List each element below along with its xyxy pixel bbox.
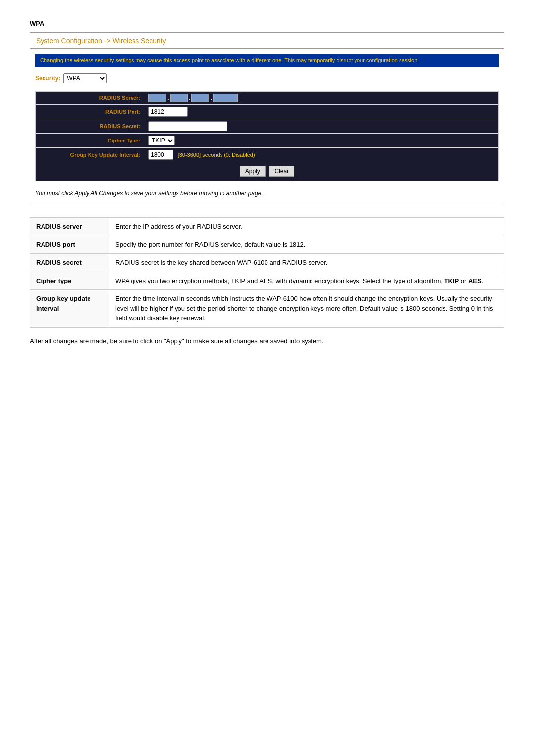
config-title-page: Wireless Security <box>112 37 166 45</box>
desc-def-cipher-type: WPA gives you two encryption methods, TK… <box>109 272 504 290</box>
inner-table-wrap: RADIUS Server: . . . RADIUS Port: <box>35 91 499 181</box>
clear-button[interactable]: Clear <box>269 166 294 177</box>
security-row: Security: WPA WPA-PSK WPA2 WPA2-PSK None <box>30 71 504 88</box>
ip-octet-3[interactable] <box>191 94 209 102</box>
ip-dot-1: . <box>167 94 169 102</box>
desc-term-group-key: Group key updateinterval <box>30 290 109 328</box>
radius-port-input[interactable] <box>148 107 188 117</box>
desc-term-radius-secret: RADIUS secret <box>30 254 109 272</box>
cipher-type-row: Cipher Type: TKIP AES <box>36 134 498 148</box>
ip-octet-2[interactable] <box>170 94 188 102</box>
radius-port-label: RADIUS Port: <box>36 105 144 119</box>
desc-term-cipher-type: Cipher type <box>30 272 109 290</box>
apply-note: You must click Apply All Changes to save… <box>30 186 504 202</box>
cipher-type-input-cell: TKIP AES <box>144 134 498 148</box>
group-key-input[interactable] <box>148 150 173 160</box>
config-box: System Configuration -> Wireless Securit… <box>30 32 504 202</box>
desc-term-radius-server: RADIUS server <box>30 218 109 236</box>
wpa-section-label: WPA <box>30 20 504 27</box>
radius-port-input-cell <box>144 105 498 119</box>
radius-port-row: RADIUS Port: <box>36 105 498 119</box>
warning-bar: Changing the wireless security settings … <box>35 54 499 67</box>
description-table: RADIUS server Enter the IP address of yo… <box>30 217 504 328</box>
group-key-input-cell: [30-3600] seconds (0: Disabled) <box>144 148 498 162</box>
ip-octet-4[interactable] <box>213 94 238 102</box>
desc-def-radius-secret: RADIUS secret is the key shared between … <box>109 254 504 272</box>
group-key-hint: [30-3600] seconds (0: Disabled) <box>178 152 255 158</box>
ip-octet-1[interactable] <box>148 94 166 102</box>
desc-row-radius-port: RADIUS port Specify the port number for … <box>30 236 504 254</box>
group-key-label: Group Key Update Interval: <box>36 148 144 162</box>
config-title: System Configuration -> Wireless Securit… <box>30 33 504 49</box>
cipher-type-select[interactable]: TKIP AES <box>148 136 175 145</box>
security-label: Security: <box>35 75 60 82</box>
desc-def-group-key: Enter the time interval in seconds which… <box>109 290 504 328</box>
desc-row-cipher-type: Cipher type WPA gives you two encryption… <box>30 272 504 290</box>
desc-def-radius-server: Enter the IP address of your RADIUS serv… <box>109 218 504 236</box>
ip-dot-3: . <box>210 94 212 102</box>
button-row: Apply Clear <box>36 162 498 181</box>
apply-button[interactable]: Apply <box>240 166 266 177</box>
cipher-type-label: Cipher Type: <box>36 134 144 148</box>
security-select[interactable]: WPA WPA-PSK WPA2 WPA2-PSK None <box>63 73 107 83</box>
config-title-prefix: System Configuration -> <box>36 37 112 45</box>
desc-row-group-key: Group key updateinterval Enter the time … <box>30 290 504 328</box>
desc-def-radius-port: Specify the port number for RADIUS servi… <box>109 236 504 254</box>
group-key-row: Group Key Update Interval: [30-3600] sec… <box>36 148 498 162</box>
warning-text: Changing the wireless security settings … <box>40 57 419 63</box>
radius-secret-input[interactable] <box>148 121 227 131</box>
desc-row-radius-secret: RADIUS secret RADIUS secret is the key s… <box>30 254 504 272</box>
radius-server-label: RADIUS Server: <box>36 92 144 105</box>
footer-note: After all changes are made, be sure to c… <box>30 337 504 345</box>
radius-secret-input-cell <box>144 119 498 134</box>
desc-row-radius-server: RADIUS server Enter the IP address of yo… <box>30 218 504 236</box>
ip-dot-2: . <box>189 94 191 102</box>
form-table: RADIUS Server: . . . RADIUS Port: <box>36 92 498 162</box>
desc-term-radius-port: RADIUS port <box>30 236 109 254</box>
radius-server-row: RADIUS Server: . . . <box>36 92 498 105</box>
ip-input-group: . . . <box>148 94 494 102</box>
radius-secret-row: RADIUS Secret: <box>36 119 498 134</box>
radius-secret-label: RADIUS Secret: <box>36 119 144 134</box>
radius-server-input-cell: . . . <box>144 92 498 105</box>
